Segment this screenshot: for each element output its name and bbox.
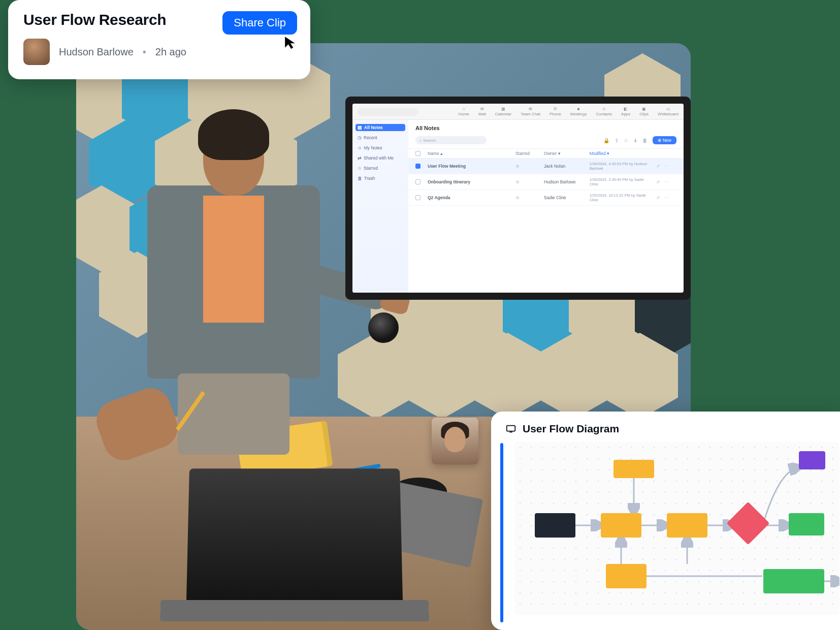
notes-icon: ▤ (358, 125, 362, 130)
diagram-title: User Flow Diagram (523, 423, 619, 435)
share-icon: ⇄ (358, 155, 362, 161)
new-note-button[interactable]: ⊕ New (653, 136, 676, 144)
notes-main: All Notes ⌕ Search 🔒 ⇪ ☆ ↡ 🗑 ⊕ New (408, 120, 684, 293)
svg-rect-1 (509, 432, 512, 433)
star-toggle-icon[interactable]: ☆ (624, 138, 628, 143)
flow-node[interactable] (606, 564, 647, 588)
tab-meetings[interactable]: ■Meetings (570, 107, 587, 116)
diagram-card: User Flow Diagram (491, 412, 840, 630)
delete-icon[interactable]: 🗑 (642, 138, 648, 143)
tab-clips[interactable]: ▣Clips (639, 107, 649, 116)
flow-node[interactable] (799, 451, 825, 469)
col-name[interactable]: Name ▴ (428, 151, 512, 156)
sidebar-item-trash[interactable]: 🗑Trash (356, 175, 405, 182)
flow-node[interactable] (667, 513, 707, 538)
cursor-icon (284, 36, 297, 49)
notes-sidebar: ▤All Notes ◷Recent ☺My Notes ⇄Shared wit… (352, 120, 408, 293)
flow-node[interactable] (601, 513, 641, 538)
separator-dot: • (143, 46, 146, 58)
tab-contacts[interactable]: ☺Contacts (596, 107, 612, 116)
tab-home[interactable]: ⌂Home (459, 107, 469, 116)
trash-icon: 🗑 (358, 176, 362, 181)
checkbox-column[interactable] (415, 151, 421, 156)
table-row[interactable]: Q2 Agenda ☆ Sadie Cline 1/25/2024, 10:12… (408, 190, 684, 206)
col-modified[interactable]: Modified ▾ (590, 151, 653, 156)
global-search[interactable] (358, 108, 418, 116)
clip-time: 2h ago (155, 46, 186, 58)
avatar (23, 39, 50, 65)
clock-icon: ◷ (358, 135, 362, 140)
wall-display: ⌂Home ✉Mail ▦Calendar ✉Team Chat ✆Phone … (345, 97, 691, 300)
clip-card: User Flow Research Share Clip Hudson Bar… (8, 0, 310, 79)
sidebar-item-starred[interactable]: ☆Starred (356, 165, 405, 172)
row-actions[interactable]: ⇗ ⋯ (656, 179, 676, 184)
star-icon[interactable]: ☆ (515, 195, 541, 200)
notes-search[interactable]: ⌕ Search (415, 136, 487, 144)
table-row[interactable]: User Flow Meeting ☆ Jack Nolan 1/26/2024… (408, 159, 684, 174)
row-actions[interactable]: ⇗ ⋯ (656, 164, 676, 169)
sidebar-item-my-notes[interactable]: ☺My Notes (356, 144, 405, 151)
star-icon[interactable]: ☆ (515, 164, 541, 169)
notes-app: ⌂Home ✉Mail ▦Calendar ✉Team Chat ✆Phone … (352, 104, 684, 293)
tab-whiteboard[interactable]: ▭Whiteboard (658, 107, 679, 116)
col-owner[interactable]: Owner ▾ (544, 151, 587, 156)
sidebar-item-recent[interactable]: ◷Recent (356, 134, 405, 141)
sidebar-item-shared[interactable]: ⇄Shared with Me (356, 154, 405, 162)
lock-icon[interactable]: 🔒 (603, 138, 609, 143)
row-checkbox[interactable] (415, 179, 421, 184)
row-checkbox[interactable] (415, 195, 421, 200)
flow-canvas[interactable] (514, 442, 839, 615)
topbar-tabs: ⌂Home ✉Mail ▦Calendar ✉Team Chat ✆Phone … (459, 107, 679, 116)
pip-thumbnail[interactable] (432, 418, 478, 464)
app-topbar: ⌂Home ✉Mail ▦Calendar ✉Team Chat ✆Phone … (352, 104, 684, 120)
row-actions[interactable]: ⇗ ⋯ (656, 195, 676, 200)
room-camera (368, 312, 399, 343)
row-checkbox[interactable] (415, 164, 421, 169)
flow-node[interactable] (613, 460, 654, 478)
share-out-icon[interactable]: ⇪ (615, 138, 619, 143)
col-starred[interactable]: Starred (515, 151, 541, 156)
svg-rect-0 (507, 426, 515, 431)
diagram-tab-indicator (500, 443, 503, 622)
search-icon: ⌕ (419, 138, 422, 143)
whiteboard-icon (505, 423, 516, 434)
flow-node[interactable] (789, 513, 824, 536)
notes-table-header: Name ▴ Starred Owner ▾ Modified ▾ (408, 148, 684, 159)
star-icon: ☆ (358, 166, 362, 171)
tab-team-chat[interactable]: ✉Team Chat (521, 107, 540, 116)
person-icon: ☺ (358, 145, 362, 150)
sidebar-item-all-notes[interactable]: ▤All Notes (356, 124, 405, 131)
laptop (186, 468, 403, 600)
star-icon[interactable]: ☆ (515, 179, 541, 184)
tab-calendar[interactable]: ▦Calendar (495, 107, 511, 116)
flow-node-start[interactable] (535, 513, 575, 538)
tab-apps[interactable]: ◧Apps (621, 107, 630, 116)
table-row[interactable]: Onboarding Itinerary ☆ Hudson Barlowe 1/… (408, 174, 684, 190)
tab-mail[interactable]: ✉Mail (478, 107, 486, 116)
clip-author: Hudson Barlowe (59, 46, 134, 58)
flow-node[interactable] (763, 569, 824, 593)
sort-icon[interactable]: ↡ (633, 138, 637, 143)
share-clip-button[interactable]: Share Clip (222, 11, 297, 35)
notes-heading: All Notes (408, 120, 684, 134)
tab-phone[interactable]: ✆Phone (550, 107, 561, 116)
